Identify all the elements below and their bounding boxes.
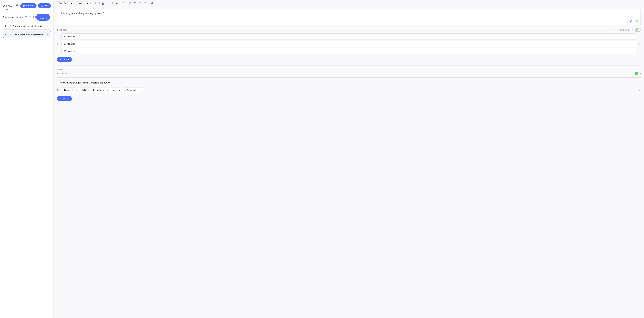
indent-button[interactable] <box>138 2 142 5</box>
questions-section-header: Questions <box>3 14 51 21</box>
add-logic-toggle[interactable] <box>634 72 641 75</box>
choice-input-c[interactable] <box>62 48 638 54</box>
condition-select-wrapper[interactable]: Any of the following Display If Conditio… <box>57 80 112 85</box>
ordered-list-button[interactable] <box>128 2 132 5</box>
undo-icon[interactable] <box>630 19 634 24</box>
add-logic-button[interactable]: + LOGIC <box>57 96 72 101</box>
condition-wrapper: Any of the following Display If Conditio… <box>57 80 641 85</box>
more-options-button[interactable]: ⋮ <box>51 15 54 19</box>
answer-select[interactable]: Yes No <box>110 88 121 93</box>
align-left-button[interactable] <box>122 2 126 5</box>
questions-title: Questions <box>3 16 36 19</box>
choice-row-a: a × <box>57 34 641 40</box>
choice-row-b: b × <box>57 41 641 47</box>
delete-choice-b-button[interactable]: × <box>639 43 641 45</box>
logic-header: LOGIC <box>57 68 641 71</box>
calendar-icon[interactable] <box>33 16 36 19</box>
toolbar-sep-3 <box>127 2 127 5</box>
section-toolbar <box>16 16 36 19</box>
svg-marker-1 <box>24 5 25 7</box>
toolbar-sep-4 <box>149 2 149 5</box>
choice-row-c: c × <box>57 48 641 54</box>
toolbar-divider-2: ▾ <box>90 2 91 5</box>
display-if-select[interactable]: Display If Hide If <box>62 88 78 93</box>
remove-question-1-button[interactable]: × <box>46 25 49 28</box>
choices-header: CHOICES PRE-FILL CHOICES? <box>57 28 641 32</box>
choice-input-a[interactable] <box>62 34 638 40</box>
logic-rule-1: 1. Display If Hide If 1) Do you wish to … <box>57 88 641 93</box>
svg-rect-5 <box>21 17 23 18</box>
shuffle-icon[interactable] <box>16 16 19 19</box>
logic-divider <box>57 77 641 78</box>
help-icon[interactable] <box>28 16 32 19</box>
question-editor[interactable]: How long is your binge-eating episode? <box>57 9 641 26</box>
delete-logic-rule-button[interactable]: × <box>639 89 641 92</box>
add-logic-label: ADD LOGIC <box>57 72 69 75</box>
text-color-button[interactable]: A <box>111 2 114 5</box>
link-button[interactable] <box>106 2 110 5</box>
condition-select[interactable]: Any of the following Display If Conditio… <box>59 81 110 84</box>
delete-choice-c-button[interactable]: × <box>639 50 641 53</box>
choices-section: CHOICES PRE-FILL CHOICES? a × b × c <box>57 28 641 62</box>
app-title: Self-initiated Eating Asse... <box>3 4 14 7</box>
highlight-button[interactable]: A <box>115 2 118 5</box>
question-content: How long is your binge-eating episode? <box>60 12 638 15</box>
unordered-list-button[interactable] <box>133 2 137 5</box>
add-logic-row: ADD LOGIC <box>57 72 641 75</box>
top-actions: Self-initiated Eating Asse... Preview PD… <box>3 3 51 8</box>
underline-button[interactable]: U <box>102 2 105 5</box>
logic-section: LOGIC ADD LOGIC Any of the following Dis… <box>57 66 641 101</box>
copy-icon[interactable] <box>20 16 23 19</box>
editor-action-buttons <box>630 19 638 24</box>
svg-rect-0 <box>16 6 18 7</box>
prefill-toggle[interactable] <box>634 28 641 32</box>
right-panel: Sans Serif Serif Monospace ▾ Small Norma… <box>54 0 644 318</box>
pdf-button[interactable]: PDF <box>38 3 51 8</box>
question-item-2[interactable]: 2 How long is your binge-eating episode?… <box>3 31 51 38</box>
left-panel: Self-initiated Eating Asse... Preview PD… <box>0 0 54 318</box>
toolbar-sep-1 <box>92 2 92 5</box>
preview-button[interactable]: Preview <box>20 3 36 8</box>
bold-button[interactable]: B <box>94 2 97 5</box>
editor-toolbar: Sans Serif Serif Monospace ▾ Small Norma… <box>57 0 641 7</box>
question-type-icon-2 <box>9 33 12 36</box>
question-type-icon-1 <box>9 25 12 28</box>
svg-point-34 <box>134 3 135 3</box>
outdent-button[interactable] <box>144 2 148 5</box>
svg-rect-14 <box>34 16 36 18</box>
question-item-1[interactable]: 1 Do you wish to initiate the eating ass… <box>3 23 51 30</box>
redo-icon[interactable] <box>635 19 638 24</box>
add-question-button[interactable]: + Question <box>36 14 50 21</box>
choices-title: CHOICES <box>57 29 67 31</box>
svg-point-33 <box>134 2 135 3</box>
remove-question-2-button[interactable]: × <box>46 33 49 36</box>
saved-status[interactable]: Saved <box>3 9 51 11</box>
list-icon[interactable] <box>24 16 28 19</box>
prefill-label: PRE-FILL CHOICES? <box>614 28 641 32</box>
font-family-select[interactable]: Sans Serif Serif Monospace <box>57 1 73 5</box>
operator-select[interactable]: Is Selected Is Not Selected <box>122 88 144 93</box>
lock-icon[interactable] <box>15 4 19 8</box>
delete-choice-a-button[interactable]: × <box>639 35 641 38</box>
font-size-select[interactable]: Small Normal Large <box>76 1 89 5</box>
add-choice-button[interactable]: + Choice <box>57 57 72 62</box>
choice-input-b[interactable] <box>62 41 638 47</box>
svg-point-35 <box>134 4 135 4</box>
logic-title: LOGIC <box>57 68 64 71</box>
clear-format-button[interactable] <box>150 2 154 5</box>
question-select[interactable]: 1) Do you wish to ini...▾ <box>79 88 109 93</box>
italic-button[interactable]: I <box>98 2 100 5</box>
toolbar-divider-1: ▾ <box>74 2 76 5</box>
